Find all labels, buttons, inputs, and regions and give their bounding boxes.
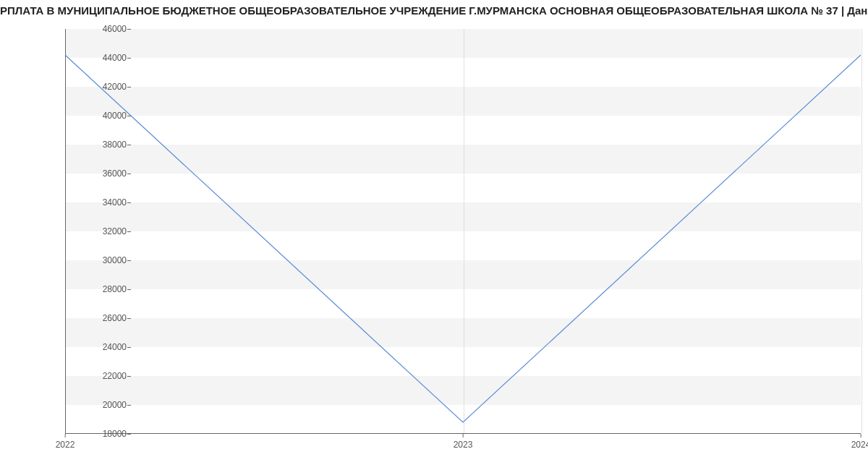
- y-tick-label: 32000: [69, 226, 127, 236]
- y-tick-label: 30000: [69, 255, 127, 265]
- y-tick-mark: [127, 202, 131, 203]
- x-tick-label: 2023: [454, 440, 473, 450]
- series-line: [65, 55, 861, 422]
- y-tick-mark: [127, 434, 131, 435]
- y-tick-label: 46000: [69, 24, 127, 34]
- x-tick-label: 2022: [56, 440, 75, 450]
- y-tick-label: 18000: [69, 429, 127, 439]
- y-tick-mark: [127, 231, 131, 232]
- y-tick-mark: [127, 405, 131, 406]
- y-tick-mark: [127, 145, 131, 145]
- line-layer: [65, 29, 861, 434]
- plot-area: 1800020000220002400026000280003000032000…: [65, 29, 861, 434]
- y-tick-label: 42000: [69, 82, 127, 92]
- y-tick-mark: [127, 260, 131, 261]
- x-tick-mark: [65, 434, 66, 437]
- y-tick-mark: [127, 376, 131, 377]
- y-tick-label: 34000: [69, 197, 127, 208]
- v-gridline: [861, 29, 862, 433]
- x-tick-mark: [463, 434, 464, 437]
- y-tick-mark: [127, 87, 131, 87]
- y-tick-label: 20000: [69, 400, 127, 410]
- y-tick-label: 40000: [69, 111, 127, 121]
- y-tick-label: 24000: [69, 342, 127, 352]
- y-tick-mark: [127, 116, 131, 116]
- y-tick-mark: [127, 174, 131, 174]
- y-tick-label: 22000: [69, 371, 127, 381]
- chart-container: РПЛАТА В МУНИЦИПАЛЬНОЕ БЮДЖЕТНОЕ ОБЩЕОБР…: [0, 0, 868, 470]
- y-tick-label: 36000: [69, 168, 127, 179]
- y-tick-mark: [127, 318, 131, 319]
- y-tick-mark: [127, 58, 131, 59]
- y-tick-label: 38000: [69, 140, 127, 150]
- y-tick-mark: [127, 347, 131, 348]
- y-tick-mark: [127, 29, 131, 30]
- y-tick-label: 28000: [69, 284, 127, 294]
- chart-title: РПЛАТА В МУНИЦИПАЛЬНОЕ БЮДЖЕТНОЕ ОБЩЕОБР…: [0, 4, 868, 17]
- y-tick-label: 44000: [69, 53, 127, 63]
- y-tick-label: 26000: [69, 313, 127, 323]
- x-tick-label: 2024: [851, 440, 868, 450]
- x-tick-mark: [861, 434, 861, 437]
- y-tick-mark: [127, 289, 131, 290]
